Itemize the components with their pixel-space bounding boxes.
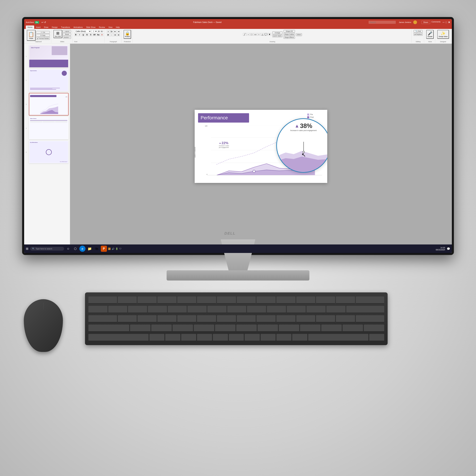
new-slide-button[interactable]: ⊞ New Slide: [53, 30, 62, 38]
key-g[interactable]: [215, 324, 236, 332]
windows-start-button[interactable]: ⊞: [26, 247, 28, 251]
key-f7[interactable]: [237, 296, 256, 304]
maximize-button[interactable]: □: [445, 21, 447, 24]
key-a[interactable]: [130, 324, 151, 332]
font-grow-icon[interactable]: A⁺: [98, 30, 101, 33]
font-color-button[interactable]: A: [101, 33, 103, 36]
key-z[interactable]: [150, 334, 164, 341]
key-f6[interactable]: [217, 296, 236, 304]
key-f12[interactable]: [336, 296, 355, 304]
copy-button[interactable]: ⎘ Copy: [36, 34, 50, 37]
shape-fill-button[interactable]: Shape Fill: [284, 30, 295, 33]
comments-button[interactable]: Comments: [431, 21, 441, 24]
tab-transitions[interactable]: Transitions: [59, 25, 72, 29]
notification-button[interactable]: 💬: [447, 247, 450, 250]
key-e[interactable]: [157, 315, 176, 322]
key-m[interactable]: [245, 334, 260, 341]
taskbar-task-view-button[interactable]: ⬡: [72, 246, 78, 252]
key-bracket-open[interactable]: [316, 315, 335, 322]
taskbar-powerpoint-button[interactable]: P: [101, 246, 107, 252]
taskbar-clock[interactable]: 14:30 08/15/2024: [436, 247, 445, 251]
arrow-shape-button[interactable]: →: [246, 33, 250, 36]
slide-panel[interactable]: 1 Sales Proposal: [24, 44, 70, 249]
strikethrough-button[interactable]: S: [85, 33, 88, 36]
paste-button[interactable]: 📋 Paste: [27, 30, 35, 41]
key-7[interactable]: [227, 306, 246, 313]
shield-icon[interactable]: 🛡: [119, 248, 121, 250]
font-family-select[interactable]: Calibri (Body): [74, 30, 91, 33]
key-4[interactable]: [168, 306, 187, 313]
key-0[interactable]: [287, 306, 306, 313]
key-f[interactable]: [194, 324, 214, 332]
key-n[interactable]: [229, 334, 244, 341]
key-8[interactable]: [247, 306, 266, 313]
shape-outline-button[interactable]: Shape Outline: [284, 33, 295, 36]
tab-insert[interactable]: Insert: [34, 25, 42, 29]
key-b[interactable]: [213, 334, 228, 341]
key-arrow-up[interactable]: [369, 334, 384, 341]
title-search-input[interactable]: [369, 21, 396, 24]
shadow-button[interactable]: S: [89, 33, 92, 36]
columns-button[interactable]: ⫸: [107, 33, 110, 36]
share-button[interactable]: Share: [422, 21, 430, 24]
slide-main[interactable]: Performance Pre: [195, 110, 327, 183]
tab-slideshow[interactable]: Slide Show: [85, 25, 97, 29]
section-button[interactable]: Section ~: [63, 36, 71, 39]
key-u[interactable]: [237, 315, 256, 322]
key-w[interactable]: [137, 315, 156, 322]
bullets-button[interactable]: ≡: [107, 30, 110, 33]
battery-icon[interactable]: 🔋: [116, 248, 118, 250]
key-f1[interactable]: [118, 296, 137, 304]
rounded-rect-shape-button[interactable]: ▭: [254, 33, 257, 36]
key-o[interactable]: [276, 315, 295, 322]
key-shift-right[interactable]: [308, 334, 368, 341]
slide-thumb-2[interactable]: Opportunities: [29, 69, 68, 92]
key-period[interactable]: [276, 334, 291, 341]
key-f8[interactable]: [256, 296, 275, 304]
key-1[interactable]: [108, 306, 127, 313]
tab-home[interactable]: Home: [26, 25, 34, 29]
find-button[interactable]: 🔍 Find: [414, 30, 423, 33]
oval-shape-button[interactable]: ○: [257, 33, 261, 36]
key-delete[interactable]: [356, 296, 384, 304]
arrange-button[interactable]: Arrange: [272, 32, 283, 34]
autosave-toggle[interactable]: On: [35, 21, 39, 24]
taskbar-edge-button[interactable]: e: [79, 246, 85, 252]
key-backslash[interactable]: [364, 324, 384, 332]
increase-indent-button[interactable]: ⇥: [117, 30, 120, 33]
taskbar-store-button[interactable]: 🛍: [94, 246, 100, 252]
taskbar-cortana-button[interactable]: ○: [65, 246, 71, 252]
tab-view[interactable]: View: [107, 25, 114, 29]
tab-draw[interactable]: Draw: [42, 25, 50, 29]
key-2[interactable]: [128, 306, 147, 313]
key-s[interactable]: [151, 324, 172, 332]
tab-animations[interactable]: Animations: [72, 25, 84, 29]
key-f10[interactable]: [296, 296, 315, 304]
key-escape[interactable]: [88, 296, 117, 304]
key-c[interactable]: [181, 334, 196, 341]
key-backtick[interactable]: [88, 306, 107, 313]
tab-design[interactable]: Design: [50, 25, 59, 29]
close-button[interactable]: ✕: [448, 21, 450, 24]
key-3[interactable]: [148, 306, 167, 313]
line-shape-button[interactable]: ╱: [243, 33, 246, 36]
slide-thumb-3[interactable]: ↑22%: [29, 93, 68, 116]
dictate-button[interactable]: 🎤 Dictate: [426, 30, 434, 39]
callout-shape-button[interactable]: 💬: [264, 33, 268, 36]
rect-shape-button[interactable]: □: [250, 33, 254, 36]
key-minus[interactable]: [306, 306, 325, 313]
taskbar-search[interactable]: 🔍 Type here to search: [30, 247, 64, 251]
quick-styles-button[interactable]: Quick Styles: [272, 34, 283, 37]
slide-thumb-5[interactable]: Key Differentiators Key #Differentiators: [29, 141, 68, 163]
key-r[interactable]: [177, 315, 196, 322]
key-f9[interactable]: [276, 296, 295, 304]
key-slash[interactable]: [292, 334, 307, 341]
key-d[interactable]: [172, 324, 193, 332]
minimize-button[interactable]: ─: [442, 21, 444, 24]
slide-thumb-4[interactable]: Sales history: [29, 117, 68, 139]
key-shift-left[interactable]: [88, 334, 149, 341]
key-i[interactable]: [256, 315, 275, 322]
key-y[interactable]: [217, 315, 236, 322]
triangle-shape-button[interactable]: △: [261, 33, 264, 36]
key-backspace[interactable]: [346, 306, 384, 313]
